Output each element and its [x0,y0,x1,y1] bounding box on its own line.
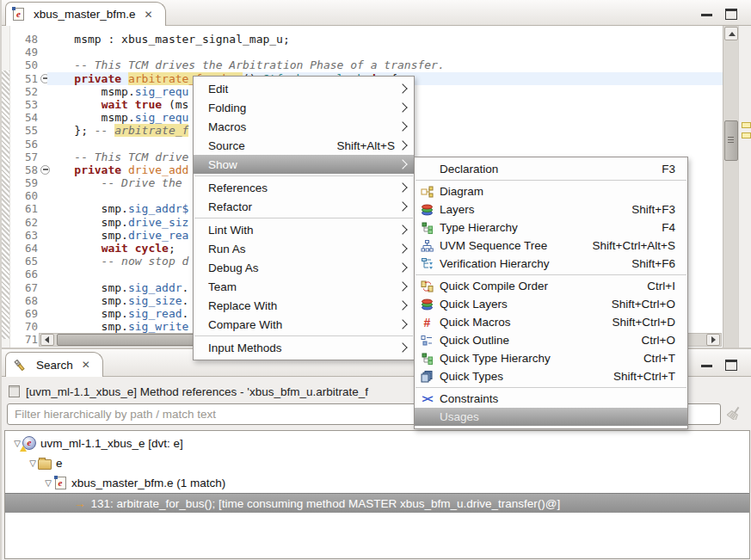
search-scope-icon [9,385,20,397]
menu-item-label: Lint With [208,224,254,237]
search-torch-icon [13,358,27,372]
line-number: 67 [10,281,38,294]
menu-item-label: Quick Type Hierarchy [440,352,551,365]
chevron-right-icon [397,182,407,192]
menu-item-edit[interactable]: Edit [194,79,414,98]
line-number: 59 [10,176,38,189]
menu-item-show[interactable]: Show [194,155,414,174]
editor-tab-title: xbus_master_bfm.e [34,8,136,21]
search-maximize-button[interactable] [725,360,737,371]
editor-maximize-button[interactable] [725,9,737,20]
vertical-scrollbar[interactable] [723,26,738,348]
submenu-item-diagram[interactable]: Diagram [415,182,687,200]
submenu-item-quick-layers[interactable]: Quick LayersShift+Ctrl+O [415,295,687,313]
menu-item-debug-as[interactable]: Debug As [194,258,414,277]
line-number: 66 [10,268,38,280]
occurrence-marker[interactable] [742,132,751,138]
code-line-50[interactable]: -- This TCM drives the Arbitration Phase… [47,58,751,71]
types-icon [420,370,434,383]
line-number: 52 [10,85,38,98]
tree-row-label: xbus_master_bfm.e (1 match) [71,477,225,489]
menu-item-macros[interactable]: Macros [194,117,414,136]
code-line-48[interactable]: msmp : xbus_master_signal_map_u; [47,33,751,46]
menu-item-run-as[interactable]: Run As [194,239,414,258]
outline-icon [420,334,434,347]
tree-row-label: 131: arbitrate_for_bus(); [time consumin… [91,497,561,510]
chevron-right-icon [397,121,407,131]
menu-shortcut: Shift+Ctrl+T [613,370,680,383]
show-submenu: DeclarationF3DiagramLayersShift+F3Type H… [414,157,688,429]
submenu-item-declaration[interactable]: DeclarationF3 [415,160,687,178]
chevron-right-icon [397,342,407,352]
editor-tab-close-icon[interactable]: ✕ [145,9,153,21]
submenu-item-uvm-sequence-tree[interactable]: UVM Sequence TreeShift+Ctrl+Alt+S [415,237,687,255]
tree-row-match[interactable]: → 131: arbitrate_for_bus(); [time consum… [5,493,749,513]
scroll-left-icon[interactable] [40,334,54,346]
menu-separator [194,218,413,218]
diagram-icon [420,185,434,198]
macros-icon: # [420,316,434,329]
search-query-label: [uvm_ml-1.1_xbus_e] Method references - … [26,385,368,398]
line-number: 65 [10,255,38,268]
submenu-item-quick-compile-order[interactable]: Quick Compile OrderCtrl+I [415,277,687,295]
submenu-item-layers[interactable]: LayersShift+F3 [415,200,687,218]
expand-arrow-icon[interactable]: ▽ [43,478,53,488]
chevron-right-icon [397,225,407,234]
submenu-item-verification-hierarchy[interactable]: Verification HierarchyShift+F6 [415,255,687,273]
menu-item-label: Quick Types [440,370,503,383]
menu-shortcut: F3 [662,163,680,175]
tree-row-folder[interactable]: ▽ e [5,453,749,472]
occurrence-marker[interactable] [742,122,751,128]
line-number: 71 [10,333,38,346]
menu-item-replace-with[interactable]: Replace With [194,296,414,315]
menu-separator [416,274,686,275]
menu-item-compare-with[interactable]: Compare With [194,315,414,334]
context-menu: EditFoldingMacrosSourceShift+Alt+SShowRe… [193,76,415,360]
submenu-item-quick-types[interactable]: Quick TypesShift+Ctrl+T [415,367,687,385]
marker-strip [2,26,10,348]
editor-tab[interactable]: e xbus_master_bfm.e ✕ [5,2,166,26]
search-minimize-button[interactable] [701,360,712,367]
vertical-scroll-thumb[interactable] [724,120,738,161]
menu-item-label: Compare With [208,318,282,331]
line-number: 48 [10,33,38,46]
menu-item-lint-with[interactable]: Lint With [194,220,414,239]
menu-item-refactor[interactable]: Refactor [194,197,414,216]
submenu-item-quick-type-hierarchy[interactable]: Quick Type HierarchyCtrl+T [415,349,687,367]
submenu-item-usages[interactable]: Usages [415,408,687,426]
line-number: 51 [10,72,38,85]
search-tab-close-icon[interactable]: ✕ [82,359,90,371]
menu-item-source[interactable]: SourceShift+Alt+S [194,136,414,155]
clear-filter-icon[interactable] [727,406,742,422]
scroll-up-icon[interactable] [724,27,738,40]
submenu-item-quick-outline[interactable]: Quick OutlineCtrl+O [415,331,687,349]
line-number: 49 [10,46,38,58]
menu-item-label: Show [208,158,237,171]
search-tab[interactable]: Search ✕ [5,352,103,377]
chevron-right-icon [397,243,407,253]
warning-badge-icon [20,446,27,452]
menu-item-label: Team [208,280,237,293]
menu-item-input-methods[interactable]: Input Methods [194,338,414,357]
menu-item-references[interactable]: References [194,178,414,197]
tree-row-file[interactable]: ▽ e xbus_master_bfm.e (1 match) [5,473,749,492]
expand-arrow-icon[interactable]: ▽ [28,458,38,468]
submenu-item-quick-macros[interactable]: #Quick MacrosShift+Ctrl+D [415,313,687,331]
menu-shortcut: Ctrl+T [643,352,680,365]
editor-minimize-button[interactable] [701,9,712,16]
code-line-49[interactable] [47,46,751,58]
line-number: 53 [10,98,38,111]
menu-item-team[interactable]: Team [194,277,414,296]
submenu-item-constraints[interactable]: ><Constraints [415,390,687,408]
scroll-right-icon[interactable] [706,334,720,346]
submenu-item-type-hierarchy[interactable]: Type HierarchyF4 [415,218,687,237]
ide-window: e xbus_master_bfm.e ✕ 484950515253545556… [0,0,751,560]
search-tab-title: Search [36,359,73,372]
tree-row-label: e [56,457,63,470]
menu-item-label: Quick Macros [440,316,511,329]
tree-row-project[interactable]: ▽ e uvm_ml-1.1_xbus_e [dvt: e] [5,434,749,452]
no-icon [420,410,434,423]
uvm-sequence-tree-icon [420,239,434,252]
no-icon [420,163,434,175]
menu-item-folding[interactable]: Folding [194,98,414,117]
